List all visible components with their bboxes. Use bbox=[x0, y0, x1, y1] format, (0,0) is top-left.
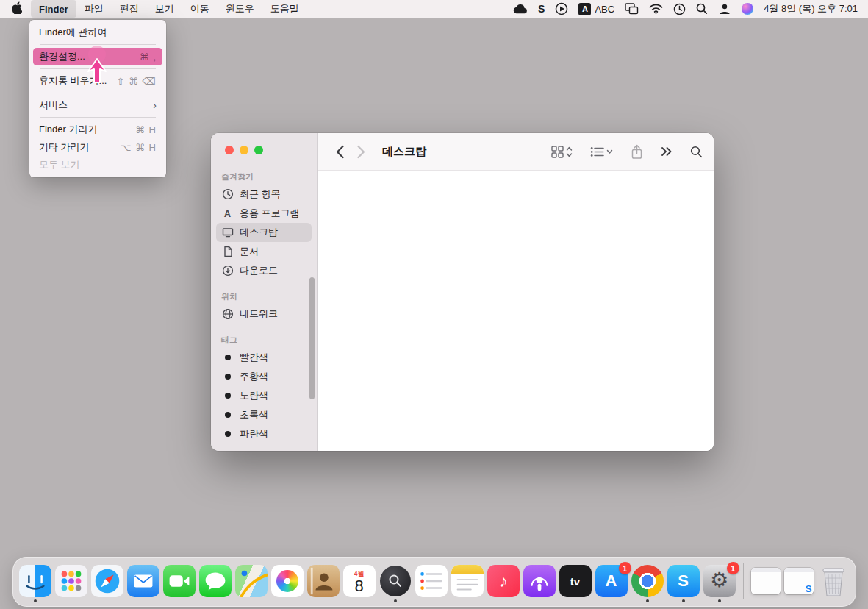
safari-compass-icon bbox=[91, 565, 123, 597]
dock-settings[interactable]: ⚙ 1 bbox=[703, 565, 736, 597]
dock-mail[interactable] bbox=[127, 565, 159, 597]
sidebar-item-tag-orange[interactable]: 주황색 bbox=[216, 367, 312, 386]
menu-bar-clock[interactable]: 4월 8일 (목) 오후 7:01 bbox=[764, 2, 858, 15]
sidebar-item-tag-yellow[interactable]: 노란색 bbox=[216, 386, 312, 405]
user-switch-icon[interactable] bbox=[718, 0, 731, 18]
dock-app-store[interactable]: A 1 bbox=[595, 565, 628, 597]
apple-menu[interactable] bbox=[0, 0, 31, 18]
group-by-button[interactable] bbox=[590, 146, 613, 157]
menu-item-preferences[interactable]: 환경설정... ⌘ , bbox=[33, 48, 162, 65]
menu-item-hide-others[interactable]: 기타 가리기 ⌥ ⌘ H bbox=[33, 138, 162, 156]
menu-item-label: 환경설정... bbox=[39, 50, 85, 63]
maps-road-icon bbox=[235, 565, 268, 597]
menu-item-label: 휴지통 비우기... bbox=[39, 74, 107, 88]
sidebar-item-tag-green[interactable]: 초록색 bbox=[216, 405, 312, 424]
notification-badge: 1 bbox=[619, 562, 631, 574]
dark-puck-icon bbox=[380, 566, 411, 596]
dock-chrome[interactable] bbox=[631, 565, 664, 597]
sidebar-header-favorites: 즐겨찾기 bbox=[216, 168, 312, 185]
menu-go[interactable]: 이동 bbox=[182, 0, 218, 18]
menu-item-shortcut: ⌘ , bbox=[140, 51, 157, 63]
dock-music[interactable]: ♪ bbox=[487, 565, 520, 597]
s-logo-badge: S bbox=[806, 583, 812, 594]
zoom-button[interactable] bbox=[254, 146, 263, 154]
dock-search-app[interactable] bbox=[379, 565, 412, 597]
play-circle-icon[interactable] bbox=[555, 0, 568, 18]
more-toolbar-items-button[interactable] bbox=[661, 146, 672, 157]
dock-minimized-window-s[interactable]: S bbox=[784, 568, 814, 594]
menu-edit[interactable]: 편집 bbox=[112, 0, 147, 18]
dock-finder[interactable] bbox=[19, 565, 51, 597]
input-source-menu[interactable]: A ABC bbox=[578, 0, 614, 18]
menu-window[interactable]: 윈도우 bbox=[218, 0, 262, 18]
time-machine-icon[interactable] bbox=[673, 0, 686, 18]
sidebar-item-tag-red[interactable]: 빨간색 bbox=[216, 348, 312, 367]
speech-bubble-icon bbox=[199, 565, 232, 597]
sidebar-scrollbar[interactable] bbox=[309, 277, 315, 399]
music-note-icon: ♪ bbox=[499, 571, 508, 591]
dock-photos[interactable] bbox=[271, 565, 304, 597]
share-button[interactable] bbox=[631, 144, 643, 160]
dock-launchpad[interactable] bbox=[55, 565, 87, 597]
dock-safari[interactable] bbox=[91, 565, 123, 597]
apple-logo-icon bbox=[12, 1, 22, 16]
spotlight-icon[interactable] bbox=[696, 0, 708, 18]
sidebar-item-recents[interactable]: 최근 항목 bbox=[216, 185, 312, 204]
menu-item-hide-finder[interactable]: Finder 가리기 ⌘ H bbox=[33, 121, 162, 138]
menu-bar-status: S A ABC 4월 8일 (목) 오후 7:01 bbox=[513, 0, 868, 18]
close-button[interactable] bbox=[225, 146, 234, 154]
dock-calendar[interactable]: 4월 8 bbox=[343, 565, 376, 597]
menu-file[interactable]: 파일 bbox=[76, 0, 112, 18]
submenu-chevron-icon: › bbox=[153, 99, 157, 111]
dock-maps[interactable] bbox=[235, 565, 268, 597]
cloud-icon[interactable] bbox=[513, 0, 528, 18]
sidebar-item-applications[interactable]: A 응용 프로그램 bbox=[216, 204, 312, 223]
sidebar-header-tags: 태그 bbox=[216, 332, 312, 348]
dock-minimized-window[interactable] bbox=[751, 568, 781, 594]
forward-button[interactable] bbox=[351, 145, 372, 159]
sidebar-item-tag-blue[interactable]: 파란색 bbox=[216, 424, 312, 444]
input-source-icon: A bbox=[578, 3, 591, 15]
menu-item-show-all: 모두 보기 bbox=[33, 156, 162, 174]
dock-trash[interactable] bbox=[817, 565, 850, 597]
sidebar-item-documents[interactable]: 문서 bbox=[216, 242, 312, 261]
podcasts-broadcast-icon bbox=[523, 565, 556, 597]
menu-finder[interactable]: Finder bbox=[31, 0, 76, 18]
displays-icon[interactable] bbox=[625, 0, 639, 18]
running-indicator bbox=[646, 599, 649, 602]
menu-view[interactable]: 보기 bbox=[147, 0, 182, 18]
s-app-letter: S bbox=[678, 571, 689, 591]
menu-item-empty-trash[interactable]: 휴지통 비우기... ⇧ ⌘ ⌫ bbox=[33, 72, 162, 90]
search-button[interactable] bbox=[690, 146, 703, 158]
chevron-down-icon bbox=[606, 149, 613, 154]
sidebar-item-network[interactable]: 네트워크 bbox=[216, 304, 312, 324]
calendar-day-label: 8 bbox=[354, 577, 363, 595]
menu-help[interactable]: 도움말 bbox=[262, 0, 307, 18]
back-button[interactable] bbox=[329, 145, 351, 159]
dock-messages[interactable] bbox=[199, 565, 232, 597]
dock-tv[interactable]: tv bbox=[559, 565, 592, 597]
dock-facetime[interactable] bbox=[163, 565, 196, 597]
menu-item-services[interactable]: 서비스 › bbox=[33, 96, 162, 114]
s-vpn-icon[interactable]: S bbox=[538, 0, 545, 18]
menu-item-about-finder[interactable]: Finder에 관하여 bbox=[33, 24, 162, 41]
siri-orb bbox=[742, 3, 753, 15]
menu-item-label: 서비스 bbox=[39, 99, 68, 112]
contacts-person-icon bbox=[307, 565, 340, 597]
wifi-icon[interactable] bbox=[649, 0, 663, 18]
desktop-icon bbox=[221, 227, 234, 238]
dock-notes[interactable] bbox=[451, 565, 484, 597]
siri-icon[interactable] bbox=[742, 0, 753, 18]
sidebar-item-downloads[interactable]: 다운로드 bbox=[216, 261, 312, 280]
sidebar-section-locations: 위치 네트워크 bbox=[216, 288, 312, 324]
dock-podcasts[interactable] bbox=[523, 565, 556, 597]
sidebar-item-desktop[interactable]: 데스크탑 bbox=[216, 223, 312, 242]
minimize-button[interactable] bbox=[240, 146, 248, 154]
dock-contacts[interactable] bbox=[307, 565, 340, 597]
dock-reminders[interactable] bbox=[415, 565, 448, 597]
dock-s-app[interactable]: S bbox=[667, 565, 700, 597]
view-options-button[interactable] bbox=[551, 146, 573, 158]
window-title: 데스크탑 bbox=[382, 145, 426, 159]
menu-item-label: 모두 보기 bbox=[39, 158, 80, 171]
dock-separator bbox=[743, 563, 744, 599]
